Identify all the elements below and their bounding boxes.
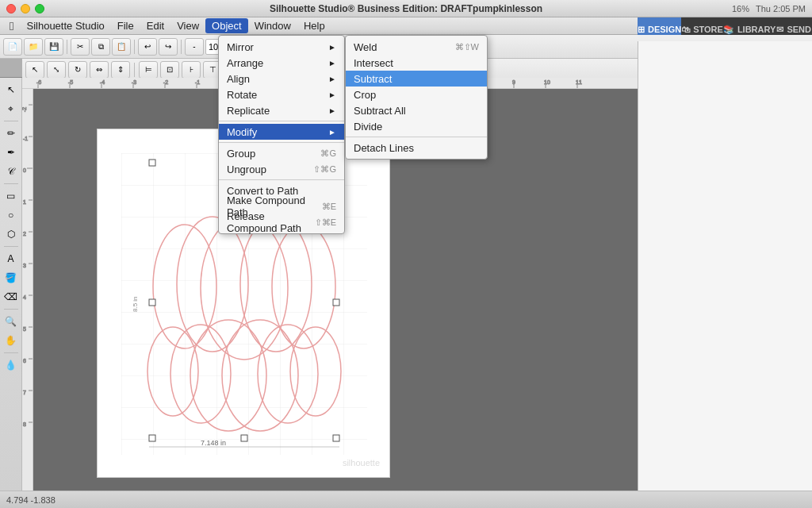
flip-h-btn[interactable]: ⇔: [90, 61, 109, 79]
save-button[interactable]: 💾: [44, 38, 63, 56]
menu-arrange[interactable]: Arrange ►: [219, 55, 344, 71]
paste-button[interactable]: 📋: [112, 38, 131, 56]
menu-modify[interactable]: Modify ►: [219, 124, 344, 140]
submenu-sep-1: [346, 137, 487, 137]
tool-node[interactable]: ⌖: [2, 100, 20, 117]
menu-release-compound[interactable]: Release Compound Path ⇧⌘E: [219, 214, 344, 230]
menu-edit[interactable]: Edit: [140, 18, 170, 33]
svg-text:3: 3: [23, 263, 26, 268]
svg-text:1: 1: [23, 199, 26, 205]
design-icon: ⊞: [638, 25, 645, 35]
modify-label: Modify: [227, 126, 257, 138]
menu-ungroup[interactable]: Ungroup ⇧⌘G: [219, 161, 344, 177]
align-left-btn[interactable]: ⊨: [139, 61, 158, 79]
tool-eraser[interactable]: ⌫: [2, 288, 20, 306]
weld-label: Weld: [354, 41, 377, 53]
svg-text:8.5 in: 8.5 in: [132, 296, 139, 312]
undo-button[interactable]: ↩: [138, 38, 157, 56]
svg-rect-75: [149, 299, 155, 306]
minimize-button[interactable]: [21, 4, 30, 13]
window-title: Silhouette Studio® Business Edition: DRA…: [270, 3, 542, 14]
svg-text:5: 5: [23, 326, 26, 332]
group-shortcut: ⌘G: [320, 148, 336, 159]
object-menu-dropdown: Mirror ► Arrange ► Align ► Rotate ► Repl…: [218, 35, 345, 234]
ungroup-shortcut: ⇧⌘G: [313, 164, 336, 175]
menu-sep-1: [219, 121, 344, 121]
menu-help[interactable]: Help: [297, 18, 331, 33]
menu-object[interactable]: Object: [205, 18, 248, 33]
svg-text:2: 2: [23, 231, 26, 237]
svg-rect-80: [333, 435, 339, 441]
submenu-detach-lines[interactable]: Detach Lines: [346, 140, 487, 156]
align-center-btn[interactable]: ⊡: [160, 61, 179, 79]
rotate-tool-btn[interactable]: ↻: [68, 61, 87, 79]
tool-zoom[interactable]: 🔍: [2, 313, 20, 330]
svg-text:-1: -1: [23, 136, 28, 141]
menu-replicate[interactable]: Replicate ►: [219, 102, 344, 118]
new-button[interactable]: 📄: [3, 38, 22, 56]
detach-lines-label: Detach Lines: [354, 142, 414, 154]
copy-button[interactable]: ⧉: [91, 38, 110, 56]
tool-polygon[interactable]: ⬡: [2, 225, 20, 243]
menu-window[interactable]: Window: [248, 18, 297, 33]
submenu-crop[interactable]: Crop: [346, 87, 487, 102]
sep3: [181, 40, 182, 54]
tool-calligraphy[interactable]: 𝒞: [2, 163, 20, 180]
svg-text:0: 0: [23, 167, 26, 173]
transform-btn[interactable]: ⤡: [47, 61, 66, 79]
menu-group[interactable]: Group ⌘G: [219, 145, 344, 161]
submenu-subtract-all[interactable]: Subtract All: [346, 102, 487, 118]
send-label: SEND: [787, 25, 811, 34]
group-label: Group: [227, 148, 255, 160]
store-icon: 🛍: [681, 25, 690, 34]
coordinates-display: 4.794 -1.838: [6, 495, 56, 505]
maximize-button[interactable]: [35, 4, 44, 13]
title-bar: Silhouette Studio® Business Edition: DRA…: [0, 0, 812, 17]
menu-align[interactable]: Align ►: [219, 71, 344, 87]
menu-file[interactable]: File: [111, 18, 140, 33]
rotate-label: Rotate: [227, 89, 257, 101]
release-compound-label: Release Compound Path: [227, 210, 315, 234]
svg-text:8: 8: [23, 421, 26, 427]
system-status: 16% Thu 2:05 PM: [732, 4, 806, 13]
cut-button[interactable]: ✂: [71, 38, 90, 56]
sep2: [134, 40, 135, 54]
redo-button[interactable]: ↪: [159, 38, 178, 56]
tool-rectangle[interactable]: ▭: [2, 187, 20, 205]
tool-fill[interactable]: 🪣: [2, 269, 20, 287]
submenu-divide[interactable]: Divide: [346, 118, 487, 134]
tool-text[interactable]: A: [2, 250, 20, 267]
svg-text:7: 7: [23, 390, 26, 395]
svg-rect-74: [241, 435, 247, 441]
ruler-vertical: -2 -1 0 1 2 3 4 5 6 7 8: [22, 89, 33, 491]
close-button[interactable]: [6, 4, 16, 13]
submenu-weld[interactable]: Weld ⌘⇧W: [346, 39, 487, 55]
align-right-btn[interactable]: ⊦: [182, 61, 201, 79]
replicate-label: Replicate: [227, 105, 270, 117]
svg-text:10: 10: [544, 79, 550, 85]
tool-pen[interactable]: ✒: [2, 144, 20, 161]
align-label: Align: [227, 73, 250, 85]
menu-view[interactable]: View: [170, 18, 205, 33]
tool-ellipse[interactable]: ○: [2, 206, 20, 224]
menu-silhouette-studio[interactable]: Silhouette Studio: [20, 18, 110, 33]
svg-text:-4: -4: [100, 79, 105, 85]
tool-pencil[interactable]: ✏: [2, 125, 20, 142]
window-controls[interactable]: [6, 4, 44, 13]
tool-select[interactable]: ↖: [2, 81, 20, 98]
open-button[interactable]: 📁: [24, 38, 43, 56]
menu-mirror[interactable]: Mirror ►: [219, 39, 344, 55]
svg-text:7.148 in: 7.148 in: [201, 439, 226, 447]
tool-hand[interactable]: ✋: [2, 332, 20, 349]
submenu-intersect[interactable]: Intersect: [346, 55, 487, 71]
select-tool-btn[interactable]: ↖: [25, 61, 44, 79]
tool-eyedropper[interactable]: 💧: [2, 356, 20, 374]
crop-label: Crop: [354, 89, 376, 101]
flip-v-btn[interactable]: ⇕: [111, 61, 130, 79]
zoom-out-button[interactable]: -: [185, 38, 204, 56]
menu-rotate[interactable]: Rotate ►: [219, 87, 344, 102]
submenu-subtract[interactable]: Subtract: [346, 71, 487, 87]
intersect-label: Intersect: [354, 57, 393, 69]
apple-menu[interactable]: : [3, 19, 20, 33]
rotate-arrow: ►: [328, 90, 336, 99]
